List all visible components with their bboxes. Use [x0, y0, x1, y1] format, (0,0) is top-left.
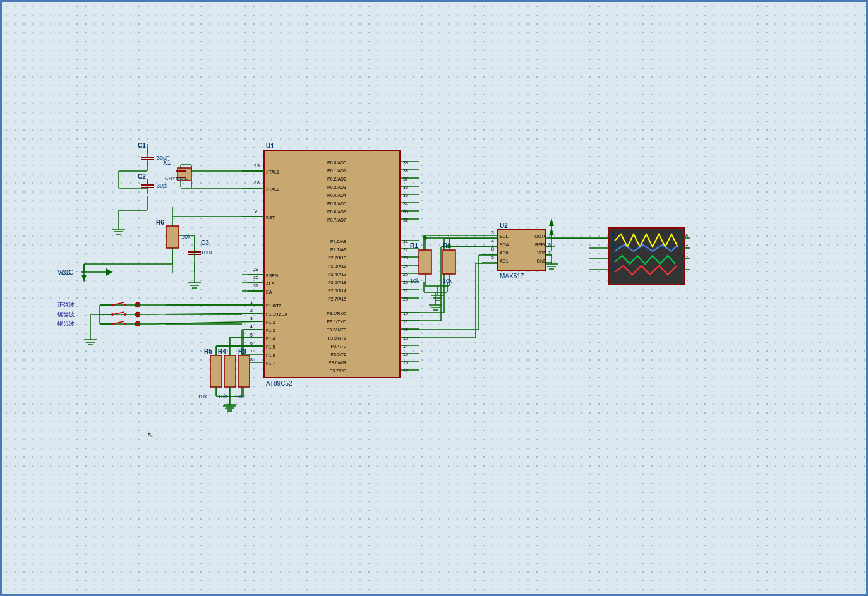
X1-value: CRYSTAL [165, 176, 188, 181]
svg-text:P3.5/T1: P3.5/T1 [330, 352, 346, 357]
svg-text:D: D [611, 264, 615, 271]
svg-text:22: 22 [403, 247, 408, 252]
svg-text:正弦波: 正弦波 [57, 302, 75, 308]
svg-text:P3.0/RXD: P3.0/RXD [327, 311, 346, 316]
svg-text:6: 6 [250, 341, 253, 345]
svg-text:38: 38 [403, 169, 408, 173]
svg-text:10k: 10k [410, 278, 419, 284]
svg-text:4: 4 [250, 325, 253, 329]
svg-text:2: 2 [250, 308, 253, 313]
svg-text:ALE: ALE [266, 282, 275, 286]
svg-text:16: 16 [403, 361, 408, 365]
svg-point-367 [423, 236, 427, 240]
svg-text:↖: ↖ [147, 431, 154, 439]
svg-text:R5: R5 [204, 348, 212, 355]
svg-line-364 [154, 313, 264, 314]
svg-marker-312 [549, 228, 554, 235]
svg-text:5: 5 [250, 333, 253, 337]
svg-rect-319 [238, 355, 250, 387]
svg-text:36: 36 [403, 185, 408, 189]
svg-text:28: 28 [403, 297, 408, 301]
svg-marker-251 [81, 275, 87, 282]
svg-text:27: 27 [403, 289, 408, 293]
svg-text:R6: R6 [156, 219, 164, 226]
svg-text:9: 9 [255, 209, 257, 213]
svg-text:P2.0/A8: P2.0/A8 [330, 239, 346, 244]
svg-text:EA: EA [266, 290, 272, 294]
svg-text:P2.5/A13: P2.5/A13 [328, 280, 346, 285]
svg-text:SDA: SDA [500, 242, 509, 247]
svg-text:32: 32 [403, 218, 408, 222]
svg-text:P0.4/AD4: P0.4/AD4 [327, 193, 346, 198]
svg-text:8: 8 [491, 247, 494, 251]
svg-text:SCL: SCL [500, 234, 509, 239]
svg-text:P2.6/A14: P2.6/A14 [328, 289, 346, 293]
svg-text:34: 34 [403, 201, 408, 206]
svg-text:P1.7: P1.7 [266, 361, 275, 366]
svg-text:P1.3: P1.3 [266, 328, 275, 333]
svg-text:8: 8 [250, 357, 253, 362]
svg-text:P1.6: P1.6 [266, 353, 275, 357]
svg-text:C3: C3 [201, 239, 209, 246]
svg-text:13: 13 [403, 336, 408, 340]
svg-text:P3.1/TXD: P3.1/TXD [327, 319, 346, 324]
U1-part: AT89C52 [266, 380, 292, 387]
svg-text:PSEN: PSEN [266, 273, 278, 278]
svg-text:P1.4: P1.4 [266, 337, 275, 341]
svg-text:30pF: 30pF [157, 182, 170, 189]
U1-label: U1 [266, 143, 274, 150]
svg-rect-281 [443, 250, 455, 274]
svg-text:P2.2/A10: P2.2/A10 [328, 256, 346, 260]
svg-text:3: 3 [491, 230, 494, 235]
svg-text:1: 1 [250, 300, 253, 304]
svg-text:C1: C1 [138, 142, 146, 149]
svg-rect-276 [419, 250, 431, 274]
svg-text:R1: R1 [410, 242, 418, 249]
svg-text:P3.3/NT1: P3.3/NT1 [327, 336, 346, 340]
svg-text:P1.2: P1.2 [266, 320, 275, 325]
svg-text:AD0: AD0 [500, 251, 509, 255]
svg-text:23: 23 [403, 256, 408, 260]
svg-text:P2.4/A12: P2.4/A12 [328, 272, 346, 277]
svg-text:35: 35 [403, 193, 408, 198]
svg-text:P3.4/T0: P3.4/T0 [330, 344, 346, 349]
svg-marker-99 [549, 218, 554, 226]
svg-text:12: 12 [403, 328, 408, 332]
svg-text:XTAL2: XTAL2 [266, 187, 279, 191]
svg-text:OUT0: OUT0 [534, 234, 546, 239]
svg-text:29: 29 [253, 267, 258, 271]
svg-text:31: 31 [253, 283, 258, 288]
svg-text:锯齿波: 锯齿波 [57, 311, 75, 318]
svg-text:P3.6/WR: P3.6/WR [329, 361, 346, 365]
svg-text:P2.7/A15: P2.7/A15 [328, 297, 346, 301]
svg-text:P0.6/AD6: P0.6/AD6 [327, 210, 346, 214]
svg-text:P1.5: P1.5 [266, 345, 275, 349]
svg-text:37: 37 [403, 177, 408, 181]
svg-text:7: 7 [250, 349, 253, 354]
svg-text:P0.0/AD0: P0.0/AD0 [327, 160, 346, 165]
svg-text:P3.7/RD: P3.7/RD [330, 369, 346, 373]
schematic-canvas[interactable]: VCC [0, 0, 868, 596]
svg-text:8: 8 [685, 234, 688, 238]
svg-text:10k: 10k [181, 234, 191, 240]
svg-text:R3: R3 [238, 348, 246, 355]
svg-text:R4: R4 [218, 348, 226, 355]
svg-text:21: 21 [403, 239, 408, 244]
svg-text:P0.1/AD1: P0.1/AD1 [327, 169, 346, 173]
U2-part: MAX517 [500, 273, 524, 280]
svg-text:30pF: 30pF [157, 155, 170, 161]
svg-text:P0.2/AD2: P0.2/AD2 [327, 177, 346, 181]
svg-text:A: A [611, 232, 615, 239]
U2-label: U2 [500, 222, 508, 229]
svg-text:P1.1/T2EX: P1.1/T2EX [266, 312, 287, 316]
svg-text:P0.7/AD7: P0.7/AD7 [327, 218, 346, 222]
svg-text:P2.1/A9: P2.1/A9 [330, 247, 346, 252]
svg-text:P3.2/INT0: P3.2/INT0 [326, 328, 346, 332]
svg-text:REF0: REF0 [535, 242, 546, 247]
svg-text:10uF: 10uF [201, 249, 214, 256]
svg-text:15: 15 [403, 352, 408, 357]
svg-text:14: 14 [403, 344, 408, 349]
svg-text:VCC: VCC [60, 269, 73, 276]
svg-text:P0.3/AD3: P0.3/AD3 [327, 185, 346, 189]
svg-text:11: 11 [403, 319, 408, 324]
